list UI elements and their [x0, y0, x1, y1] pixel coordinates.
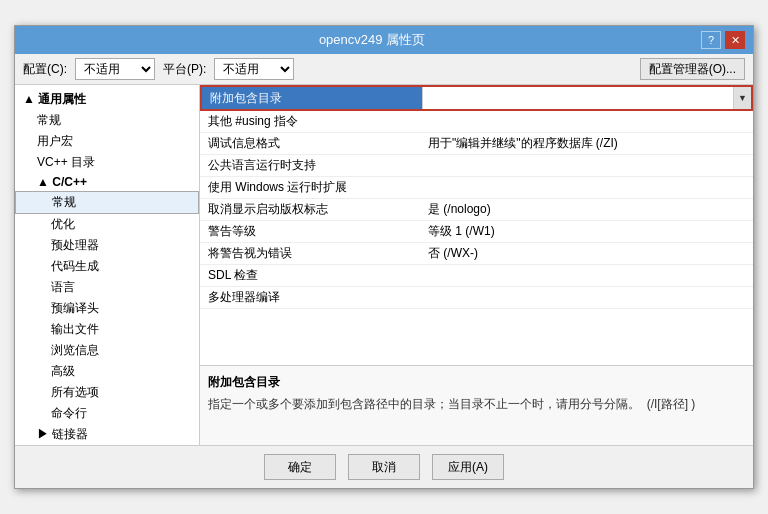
dialog: opencv249 属性页 ? ✕ 配置(C): 不适用 平台(P): 不适用 …: [14, 25, 754, 489]
tree-item-common[interactable]: ▲ 通用属性: [15, 89, 199, 110]
prop-name-sdlCheck: SDL 检查: [200, 265, 420, 286]
footer: 确定 取消 应用(A): [15, 445, 753, 488]
prop-value-debugFormat: 用于"编辑并继续"的程序数据库 (/ZI): [420, 133, 753, 154]
prop-value-warnLevel: 等级 1 (/W1): [420, 221, 753, 242]
tree-panel: ▲ 通用属性常规用户宏VC++ 目录▲ C/C++常规优化预处理器代码生成语言预…: [15, 85, 200, 445]
ok-button[interactable]: 确定: [264, 454, 336, 480]
prop-name-langSupport: 公共语言运行时支持: [200, 155, 420, 176]
config-manager-button[interactable]: 配置管理器(O)...: [640, 58, 745, 80]
prop-row-sdlCheck[interactable]: SDL 检查: [200, 265, 753, 287]
close-button[interactable]: ✕: [725, 31, 745, 49]
tree-item-userMacros[interactable]: 用户宏: [15, 131, 199, 152]
prop-value-suppLogo: 是 (/nologo): [420, 199, 753, 220]
tree-item-browse[interactable]: 浏览信息: [15, 340, 199, 361]
prop-name-otherUsing: 其他 #using 指令: [200, 111, 420, 132]
tree-item-linker[interactable]: ▶ 链接器: [15, 424, 199, 445]
prop-row-addInclude[interactable]: 附加包含目录▼: [200, 85, 753, 111]
tree-item-pch[interactable]: 预编译头: [15, 298, 199, 319]
prop-name-winRuntime: 使用 Windows 运行时扩展: [200, 177, 420, 198]
help-button[interactable]: ?: [701, 31, 721, 49]
prop-name-debugFormat: 调试信息格式: [200, 133, 420, 154]
prop-name-addInclude: 附加包含目录: [202, 88, 422, 109]
tree-item-optimize[interactable]: 优化: [15, 214, 199, 235]
tree-item-codeGen[interactable]: 代码生成: [15, 256, 199, 277]
dialog-title: opencv249 属性页: [43, 31, 701, 49]
right-panel: 附加包含目录▼其他 #using 指令调试信息格式用于"编辑并继续"的程序数据库…: [200, 85, 753, 445]
prop-value-multiProc: [420, 296, 753, 300]
description-title: 附加包含目录: [208, 374, 745, 391]
prop-row-multiProc[interactable]: 多处理器编译: [200, 287, 753, 309]
toolbar: 配置(C): 不适用 平台(P): 不适用 配置管理器(O)...: [15, 54, 753, 85]
tree-item-preprocess[interactable]: 预处理器: [15, 235, 199, 256]
prop-name-suppLogo: 取消显示启动版权标志: [200, 199, 420, 220]
tree-item-advanced[interactable]: 高级: [15, 361, 199, 382]
tree-item-cmdLine[interactable]: 命令行: [15, 403, 199, 424]
title-bar: opencv249 属性页 ? ✕: [15, 26, 753, 54]
config-select[interactable]: 不适用: [75, 58, 155, 80]
platform-label: 平台(P):: [163, 61, 206, 78]
prop-row-warnAsError[interactable]: 将警告视为错误否 (/WX-): [200, 243, 753, 265]
prop-value-winRuntime: [420, 186, 753, 190]
config-label: 配置(C):: [23, 61, 67, 78]
title-bar-buttons: ? ✕: [701, 31, 745, 49]
prop-value-langSupport: [420, 164, 753, 168]
prop-name-multiProc: 多处理器编译: [200, 287, 420, 308]
prop-name-warnLevel: 警告等级: [200, 221, 420, 242]
tree-item-lang[interactable]: 语言: [15, 277, 199, 298]
apply-button[interactable]: 应用(A): [432, 454, 504, 480]
prop-dropdown-btn-addInclude[interactable]: ▼: [733, 87, 751, 109]
prop-row-warnLevel[interactable]: 警告等级等级 1 (/W1): [200, 221, 753, 243]
tree-item-allOptions[interactable]: 所有选项: [15, 382, 199, 403]
cancel-button[interactable]: 取消: [348, 454, 420, 480]
description-panel: 附加包含目录 指定一个或多个要添加到包含路径中的目录；当目录不止一个时，请用分号…: [200, 365, 753, 445]
prop-row-winRuntime[interactable]: 使用 Windows 运行时扩展: [200, 177, 753, 199]
tree-item-vcppDirs[interactable]: VC++ 目录: [15, 152, 199, 173]
properties-table: 附加包含目录▼其他 #using 指令调试信息格式用于"编辑并继续"的程序数据库…: [200, 85, 753, 365]
prop-input-addInclude[interactable]: [422, 87, 733, 109]
main-content: ▲ 通用属性常规用户宏VC++ 目录▲ C/C++常规优化预处理器代码生成语言预…: [15, 85, 753, 445]
prop-row-langSupport[interactable]: 公共语言运行时支持: [200, 155, 753, 177]
platform-select[interactable]: 不适用: [214, 58, 294, 80]
tree-item-general2[interactable]: 常规: [15, 191, 199, 214]
prop-name-warnAsError: 将警告视为错误: [200, 243, 420, 264]
prop-value-sdlCheck: [420, 274, 753, 278]
tree-item-outFiles[interactable]: 输出文件: [15, 319, 199, 340]
tree-item-general[interactable]: 常规: [15, 110, 199, 131]
prop-row-debugFormat[interactable]: 调试信息格式用于"编辑并继续"的程序数据库 (/ZI): [200, 133, 753, 155]
description-text: 指定一个或多个要添加到包含路径中的目录；当目录不止一个时，请用分号分隔。 (/I…: [208, 395, 745, 413]
prop-value-otherUsing: [420, 120, 753, 124]
prop-value-warnAsError: 否 (/WX-): [420, 243, 753, 264]
prop-row-suppLogo[interactable]: 取消显示启动版权标志是 (/nologo): [200, 199, 753, 221]
tree-item-ccpp[interactable]: ▲ C/C++: [15, 173, 199, 191]
prop-row-otherUsing[interactable]: 其他 #using 指令: [200, 111, 753, 133]
